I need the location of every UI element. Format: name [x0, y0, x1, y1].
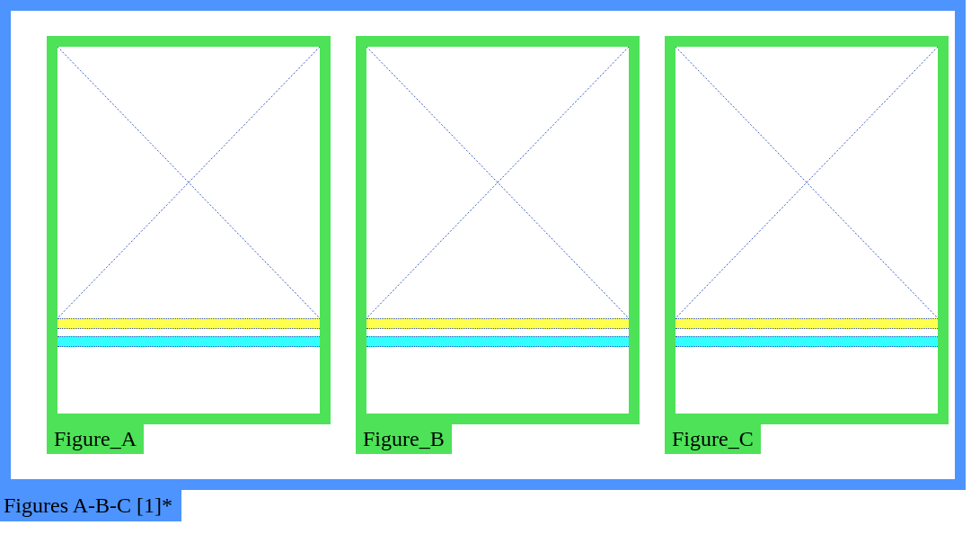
figure-b-cyan-bar: [366, 336, 629, 347]
figure-a-label: Figure_A: [47, 424, 144, 454]
figure-b-diagonals: [366, 47, 629, 414]
figure-a-panel: Figure_A: [47, 36, 331, 479]
figure-c-yellow-bar: [675, 318, 938, 329]
figure-b-panel: Figure_B: [356, 36, 640, 479]
figure-c-panel: Figure_C: [665, 36, 949, 479]
figure-c-label: Figure_C: [665, 424, 761, 454]
figure-c-border: [665, 36, 949, 424]
figures-container: Figure_A Figure_B: [0, 0, 966, 490]
figure-c-inner: [675, 47, 938, 414]
figure-a-inner: [57, 47, 320, 414]
figure-c-cyan-bar: [675, 336, 938, 347]
figure-a-cyan-bar: [57, 336, 320, 347]
figure-b-border: [356, 36, 640, 424]
figure-a-border: [47, 36, 331, 424]
outer-label: Figures A-B-C [1]*: [0, 490, 181, 521]
figure-c-diagonals: [675, 47, 938, 414]
figure-b-inner: [366, 47, 629, 414]
figure-a-diagonals: [57, 47, 320, 414]
figure-b-yellow-bar: [366, 318, 629, 329]
figure-a-yellow-bar: [57, 318, 320, 329]
figure-b-label: Figure_B: [356, 424, 452, 454]
